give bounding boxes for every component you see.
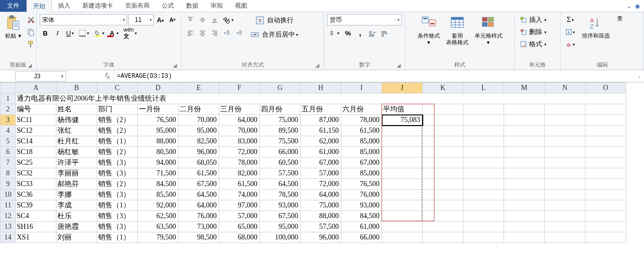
header-cell[interactable]	[423, 104, 463, 115]
cell[interactable]: 84,500	[341, 211, 382, 222]
cell[interactable]: 61,500	[341, 126, 382, 136]
cell[interactable]: 57,500	[301, 222, 341, 232]
cell[interactable]	[382, 211, 423, 222]
formula-input[interactable]	[114, 73, 635, 80]
cell[interactable]	[504, 136, 545, 147]
cell[interactable]: 61,500	[219, 179, 260, 190]
cell[interactable]: 92,000	[138, 200, 179, 211]
row-header-10[interactable]: 10	[1, 190, 16, 200]
cell[interactable]: SC25	[16, 158, 56, 168]
align-middle-button[interactable]	[197, 14, 208, 25]
dialog-launcher-icon[interactable]: ◢	[27, 63, 33, 69]
cell[interactable]: 78,000	[341, 115, 382, 126]
cell[interactable]: 88,000	[138, 136, 179, 147]
phonetic-button[interactable]: wén文▾	[122, 27, 139, 39]
font-size-combo[interactable]	[129, 16, 148, 23]
cell[interactable]: 74,000	[219, 190, 260, 200]
cell[interactable]: 100,000	[260, 232, 301, 243]
cell[interactable]: 70,000	[179, 115, 219, 126]
cell[interactable]: 67,000	[341, 158, 382, 168]
cell[interactable]: 63,500	[138, 222, 179, 232]
cell[interactable]: 64,000	[219, 115, 260, 126]
cell[interactable]: 唐艳霞	[56, 222, 97, 232]
cell[interactable]: 57,000	[219, 211, 260, 222]
cell[interactable]	[382, 232, 423, 243]
cell[interactable]	[463, 147, 504, 158]
cell[interactable]: 销售（2）	[97, 147, 138, 158]
cell[interactable]: 66,000	[341, 232, 382, 243]
row-header-7[interactable]: 7	[1, 158, 16, 168]
dialog-launcher-icon[interactable]: ◢	[396, 63, 402, 69]
cell[interactable]: 68,000	[219, 232, 260, 243]
cell[interactable]: 李丽丽	[56, 168, 97, 179]
file-tab[interactable]: 文件	[0, 0, 26, 12]
cell[interactable]: 95,000	[179, 126, 219, 136]
row-header-11[interactable]: 11	[1, 200, 16, 211]
cell[interactable]: 94,000	[138, 158, 179, 168]
cell[interactable]	[545, 126, 586, 136]
cell[interactable]: 61,000	[301, 147, 341, 158]
cell[interactable]: 销售（3）	[97, 158, 138, 168]
cell[interactable]: 销售（3）	[97, 211, 138, 222]
tab-5[interactable]: 数据	[180, 0, 204, 12]
cell[interactable]: 72,000	[219, 147, 260, 158]
tab-2[interactable]: 新建选项卡	[76, 0, 119, 12]
cell[interactable]: 93,000	[341, 200, 382, 211]
cell[interactable]: 78,500	[260, 190, 301, 200]
align-top-button[interactable]	[185, 14, 196, 25]
cell[interactable]	[545, 222, 586, 232]
cell[interactable]	[545, 200, 586, 211]
header-cell[interactable]: 平均值	[382, 104, 423, 115]
cell[interactable]: 71,500	[138, 168, 179, 179]
cell[interactable]	[504, 222, 545, 232]
format-painter-button[interactable]	[25, 39, 37, 50]
cell[interactable]	[545, 168, 586, 179]
col-header-H[interactable]: H	[301, 83, 341, 94]
align-center-button[interactable]	[197, 27, 208, 39]
cell[interactable]	[504, 211, 545, 222]
cell[interactable]: 75,500	[260, 136, 301, 147]
decrease-indent-button[interactable]	[221, 27, 232, 39]
chevron-down-icon[interactable]: ▾	[148, 17, 153, 22]
cell[interactable]	[382, 222, 423, 232]
cell[interactable]	[586, 168, 626, 179]
cut-button[interactable]	[25, 14, 37, 25]
cell[interactable]: 85,000	[341, 147, 382, 158]
cell[interactable]	[504, 190, 545, 200]
cell[interactable]: 销售（2）	[97, 115, 138, 126]
tab-7[interactable]: 视图	[229, 0, 253, 12]
header-cell[interactable]: 六月份	[341, 104, 382, 115]
cell[interactable]: 销售（3）	[97, 222, 138, 232]
align-left-button[interactable]	[185, 27, 196, 39]
cell[interactable]: 65,000	[219, 222, 260, 232]
cell[interactable]: SC14	[16, 136, 56, 147]
decrease-font-button[interactable]: A▾	[167, 14, 178, 25]
cell[interactable]: 97,000	[219, 200, 260, 211]
increase-indent-button[interactable]	[233, 27, 245, 39]
cell[interactable]	[423, 126, 463, 136]
row-header-12[interactable]: 12	[1, 211, 16, 222]
cell[interactable]: 85,000	[341, 168, 382, 179]
cell[interactable]: 62,000	[301, 136, 341, 147]
col-header-F[interactable]: F	[219, 83, 260, 94]
cell[interactable]: 79,500	[138, 232, 179, 243]
cell[interactable]	[586, 179, 626, 190]
cell[interactable]	[382, 179, 423, 190]
row-header-6[interactable]: 6	[1, 147, 16, 158]
cell[interactable]: SC39	[16, 200, 56, 211]
cell[interactable]	[423, 147, 463, 158]
row-header-13[interactable]: 13	[1, 222, 16, 232]
cell[interactable]: 67,000	[301, 158, 341, 168]
cell[interactable]: SC36	[16, 190, 56, 200]
col-header-N[interactable]: N	[545, 83, 586, 94]
cell[interactable]	[504, 147, 545, 158]
header-cell[interactable]: 一月份	[138, 104, 179, 115]
cell[interactable]: 李成	[56, 200, 97, 211]
cell[interactable]: 销售（1）	[97, 136, 138, 147]
cell[interactable]: 78,000	[219, 158, 260, 168]
cell[interactable]: 96,000	[301, 232, 341, 243]
cell[interactable]: 62,500	[138, 211, 179, 222]
cell[interactable]	[545, 179, 586, 190]
cell[interactable]	[586, 158, 626, 168]
cell[interactable]	[463, 232, 504, 243]
